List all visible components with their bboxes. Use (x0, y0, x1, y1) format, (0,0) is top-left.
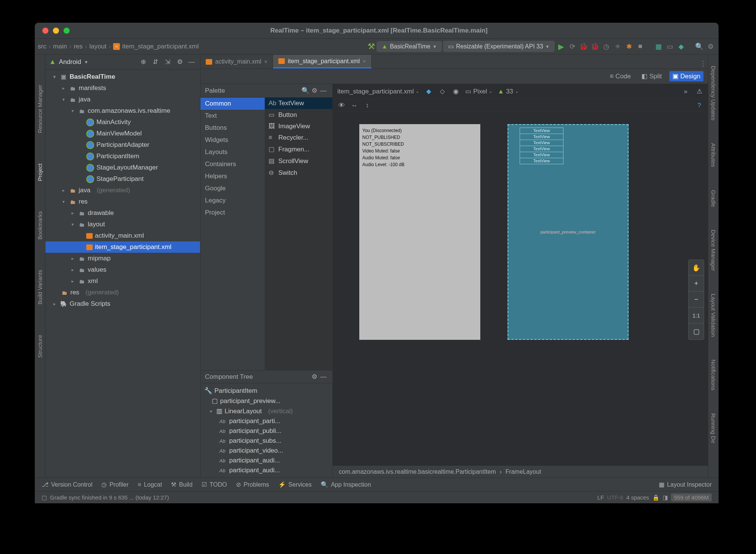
bb-version-control[interactable]: ⎇Version Control (42, 481, 92, 488)
close-tab-icon[interactable]: × (363, 58, 366, 64)
tree-java[interactable]: ▾🖿java (45, 94, 200, 105)
design-mode-button[interactable]: ▣Design (669, 71, 703, 81)
collapse-icon[interactable]: ⇵ (151, 58, 160, 67)
tree-mipmap[interactable]: ▸🖿mipmap (45, 253, 200, 264)
updown-icon[interactable]: ↕ (363, 102, 371, 109)
eye-icon[interactable]: 👁 (337, 102, 346, 109)
blueprint-row[interactable]: TextView (520, 128, 564, 134)
surface-icon[interactable]: ◆ (424, 87, 433, 95)
stop-button[interactable]: ■ (635, 42, 645, 51)
profiler-icon[interactable]: ◷ (601, 42, 611, 51)
palette-cat[interactable]: Google (200, 182, 265, 195)
gear-icon[interactable]: ⚙ (310, 86, 319, 95)
status-memory[interactable]: 559 of 4096M (671, 493, 712, 501)
palette-cat[interactable]: Widgets (200, 134, 265, 146)
tree-layout-file-selected[interactable]: item_stage_participant.xml (45, 241, 200, 253)
api-picker[interactable]: ▲33⌄ (498, 88, 518, 95)
blueprint-preview[interactable]: TextView TextView TextView TextView Text… (508, 124, 629, 340)
split-mode-button[interactable]: ◧Split (638, 71, 665, 81)
tree-res-gen[interactable]: 🖿res (generated) (45, 287, 200, 298)
gear-icon[interactable]: ⚙ (310, 372, 319, 381)
tree-class[interactable]: ParticipantAdapter (45, 139, 200, 151)
rail-device-manager[interactable]: Device Manager (710, 230, 717, 271)
palette-cat[interactable]: Buttons (200, 122, 265, 134)
settings-icon[interactable]: ⚙ (706, 42, 716, 51)
canvas-bc-item[interactable]: FrameLayout (506, 468, 541, 475)
tree-package[interactable]: ▾🖿com.amazonaws.ivs.realtime (45, 105, 200, 117)
ct-preview[interactable]: ▢participant_preview... (200, 396, 332, 406)
palette-cat[interactable]: Project (200, 207, 265, 219)
resource-icon[interactable]: ◆ (676, 42, 686, 51)
breadcrumb-part[interactable]: src (38, 43, 47, 50)
orientation-icon[interactable]: ◇ (438, 87, 446, 95)
hide-icon[interactable]: — (319, 86, 328, 95)
ct-leaf[interactable]: Abparticipant_audi... (200, 465, 332, 475)
tree-class[interactable]: StageLayoutManager (45, 162, 200, 173)
locate-icon[interactable]: ⊕ (139, 58, 148, 67)
canvas-file-selector[interactable]: item_stage_participant.xml⌄ (337, 88, 419, 95)
bb-services[interactable]: ⚡Services (278, 481, 312, 488)
design-preview[interactable]: You (Disconnected) NOT_PUBLISHED NOT_SUB… (359, 124, 480, 340)
palette-item[interactable]: ⊖Switch (265, 167, 332, 179)
warning-icon[interactable]: ⚠ (695, 87, 703, 95)
breadcrumb-part[interactable]: res (74, 43, 83, 50)
ct-leaf[interactable]: Abparticipant_video... (200, 446, 332, 456)
palette-item[interactable]: 🖼ImageView (265, 121, 332, 132)
bb-logcat[interactable]: ≡Logcat (138, 481, 162, 488)
palette-item-textview[interactable]: AbTextView (265, 98, 332, 109)
status-lock-icon[interactable]: 🔒 (652, 494, 660, 501)
blueprint-row[interactable]: TextView (520, 134, 564, 140)
zoom-in-button[interactable]: + (689, 276, 704, 292)
canvas-surface[interactable]: You (Disconnected) NOT_PUBLISHED NOT_SUB… (333, 112, 708, 465)
tree-drawable[interactable]: ▸🖿drawable (45, 207, 200, 219)
rail-build-variants[interactable]: Build Variants (37, 270, 43, 304)
zoom-11-button[interactable]: 1:1 (689, 308, 704, 324)
canvas-bc-item[interactable]: com.amazonaws.ivs.realtime.basicrealtime… (339, 468, 496, 475)
device-selector[interactable]: ▭ Resizable (Experimental) API 33 ▼ (443, 41, 554, 52)
search-icon[interactable]: 🔍 (301, 86, 310, 95)
attach-debugger-icon[interactable]: ⎆ (613, 42, 622, 51)
status-tool-icon[interactable]: ▢ (42, 494, 47, 501)
palette-item[interactable]: ▭Button (265, 109, 332, 121)
expand-icon[interactable]: ⇲ (163, 58, 172, 67)
rail-resource-manager[interactable]: Resource Manager (37, 85, 43, 133)
avd-manager-icon[interactable]: ▦ (654, 42, 663, 51)
ct-linearlayout[interactable]: ▾▥LinearLayout (vertical) (200, 406, 332, 416)
tree-class[interactable]: MainActivity (45, 117, 200, 128)
status-encoding[interactable]: UTF-8 (607, 494, 623, 501)
palette-cat-common[interactable]: Common (200, 98, 265, 110)
rail-attributes[interactable]: Attributes (710, 143, 717, 167)
pan-button[interactable]: ✋ (689, 260, 704, 276)
close-tab-icon[interactable]: × (264, 59, 267, 65)
blueprint-row[interactable]: TextView (520, 140, 564, 146)
blueprint-row[interactable]: TextView (520, 158, 564, 164)
palette-cat[interactable]: Containers (200, 158, 265, 170)
arrows-icon[interactable]: ↔ (350, 102, 359, 109)
tree-java-gen[interactable]: ▸🖿java (generated) (45, 185, 200, 196)
tree-class[interactable]: MainViewModel (45, 128, 200, 139)
rail-layout-validation[interactable]: Layout Validation (710, 294, 717, 337)
status-inspection-icon[interactable]: ◨ (663, 494, 668, 501)
tab-more-icon[interactable]: ⋮ (698, 59, 708, 68)
run-button[interactable]: ▶ (556, 42, 566, 51)
tab-activity-main[interactable]: activity_main.xml × (200, 55, 273, 68)
minimize-window-button[interactable] (53, 28, 59, 34)
tree-gradle[interactable]: ▸🐘Gradle Scripts (45, 298, 200, 310)
palette-item[interactable]: ▢Fragmen... (265, 143, 332, 155)
status-line-ending[interactable]: LF (597, 494, 604, 501)
palette-cat[interactable]: Text (200, 110, 265, 122)
zoom-out-button[interactable]: − (689, 292, 704, 308)
run-config-selector[interactable]: ▲ BasicRealTime ▼ (377, 41, 442, 52)
bb-problems[interactable]: ⊘Problems (236, 481, 269, 488)
tree-manifests[interactable]: ▸🖿manifests (45, 82, 200, 94)
maximize-window-button[interactable] (64, 28, 70, 34)
code-mode-button[interactable]: ≡Code (607, 72, 634, 81)
close-window-button[interactable] (42, 28, 48, 34)
device-picker[interactable]: ▭Pixel⌄ (465, 87, 492, 95)
build-icon[interactable]: ⚒ (368, 42, 375, 51)
breadcrumb-part[interactable]: layout (89, 43, 106, 50)
tree-values[interactable]: ▸🖿values (45, 264, 200, 275)
breadcrumb-part[interactable]: item_stage_participant.xml (122, 43, 199, 50)
sdk-manager-icon[interactable]: ▭ (665, 42, 675, 51)
palette-cat[interactable]: Layouts (200, 146, 265, 158)
